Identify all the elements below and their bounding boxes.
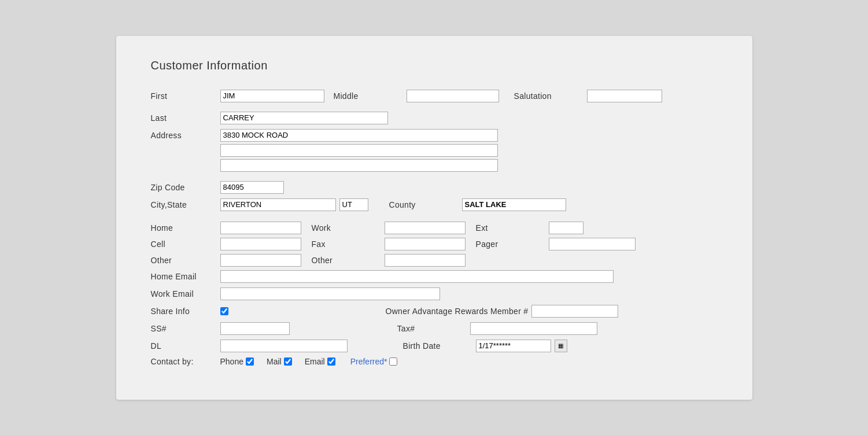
share-info-checkbox[interactable] <box>220 307 228 315</box>
cell-input[interactable] <box>220 238 301 250</box>
home-work-group: Work Ext <box>220 222 583 234</box>
work-label: Work <box>312 223 381 233</box>
home-work-row: Home Work Ext <box>151 222 718 234</box>
address-line1-input[interactable] <box>220 129 498 142</box>
ext-input[interactable] <box>549 222 583 234</box>
address-line3-input[interactable] <box>220 159 498 172</box>
other-row: Other Other <box>151 254 718 267</box>
home-label: Home <box>151 223 220 233</box>
city-state-label: City,State <box>151 200 220 209</box>
share-info-label: Share Info <box>151 307 220 316</box>
tax-input[interactable] <box>470 322 597 335</box>
ss-label: SS# <box>151 324 220 333</box>
zip-label: Zip Code <box>151 183 220 192</box>
share-info-group: Owner Advantage Rewards Member # <box>220 305 619 318</box>
preferred-label: Preferred* <box>350 357 387 366</box>
city-state-row: City,State County <box>151 198 718 211</box>
ss-input[interactable] <box>220 322 290 335</box>
last-input[interactable] <box>220 112 388 124</box>
middle-label: Middle <box>334 91 403 101</box>
email-contact-item: Email <box>305 357 335 366</box>
home-email-input[interactable] <box>220 270 614 283</box>
other-label: Other <box>151 256 220 265</box>
birth-date-label: Birth Date <box>403 341 472 351</box>
home-email-label: Home Email <box>151 272 220 281</box>
phone-contact-item: Phone <box>220 357 254 366</box>
mail-contact-label: Mail <box>267 357 282 366</box>
fax-input[interactable] <box>385 238 466 250</box>
dl-birth-group: Birth Date ▦ <box>220 340 567 352</box>
county-label: County <box>389 200 459 209</box>
dl-birth-row: DL Birth Date ▦ <box>151 340 718 352</box>
zip-row: Zip Code <box>151 181 718 194</box>
work-email-input[interactable] <box>220 287 440 300</box>
share-rewards-row: Share Info Owner Advantage Rewards Membe… <box>151 305 718 318</box>
birth-date-input[interactable] <box>476 340 551 352</box>
salutation-input[interactable] <box>587 90 662 102</box>
salutation-label: Salutation <box>514 91 583 101</box>
work-phone-input[interactable] <box>385 222 466 234</box>
zip-input[interactable] <box>220 181 284 194</box>
ss-tax-group: Tax# <box>220 322 597 335</box>
county-input[interactable] <box>462 198 566 211</box>
ss-tax-row: SS# Tax# <box>151 322 718 335</box>
tax-label: Tax# <box>397 324 467 333</box>
calendar-button[interactable]: ▦ <box>555 340 567 352</box>
cell-label: Cell <box>151 239 220 249</box>
address-line2-input[interactable] <box>220 144 498 157</box>
work-email-label: Work Email <box>151 289 220 298</box>
pager-label: Pager <box>476 239 545 249</box>
other2-label: Other <box>312 256 381 265</box>
customer-info-card: Customer Information First Middle Saluta… <box>116 36 752 400</box>
home-email-row: Home Email <box>151 270 718 283</box>
first-label: First <box>151 91 220 101</box>
first-input[interactable] <box>220 90 324 102</box>
email-checkbox[interactable] <box>327 357 335 366</box>
pager-input[interactable] <box>549 238 636 250</box>
home-phone-input[interactable] <box>220 222 301 234</box>
cell-fax-row: Cell Fax Pager <box>151 238 718 250</box>
cell-fax-group: Fax Pager <box>220 238 636 250</box>
rewards-label: Owner Advantage Rewards Member # <box>386 307 529 316</box>
mail-checkbox[interactable] <box>284 357 292 366</box>
other-group: Other <box>220 254 466 267</box>
email-contact-label: Email <box>305 357 325 366</box>
last-label: Last <box>151 113 220 123</box>
city-input[interactable] <box>220 198 336 211</box>
last-row: Last <box>151 112 718 124</box>
address-label: Address <box>151 131 220 140</box>
contact-by-group: Phone Mail Email Preferred* <box>220 357 398 366</box>
phone-checkbox[interactable] <box>246 357 254 366</box>
dl-label: DL <box>151 341 220 351</box>
calendar-icon: ▦ <box>558 342 563 349</box>
page-title: Customer Information <box>151 59 718 72</box>
dl-input[interactable] <box>220 340 348 352</box>
address-row: Address <box>151 129 718 172</box>
ext-label: Ext <box>476 223 545 233</box>
other2-input[interactable] <box>385 254 466 267</box>
address-block <box>220 129 498 172</box>
contact-by-label: Contact by: <box>151 357 220 366</box>
preferred-contact-item: Preferred* <box>350 357 398 366</box>
city-state-group: County <box>220 198 566 211</box>
first-field-group: Middle Salutation <box>220 90 662 102</box>
rewards-input[interactable] <box>531 305 618 318</box>
fax-label: Fax <box>312 239 381 249</box>
phone-contact-label: Phone <box>220 357 243 366</box>
middle-input[interactable] <box>407 90 499 102</box>
name-row: First Middle Salutation <box>151 90 718 102</box>
work-email-row: Work Email <box>151 287 718 300</box>
preferred-checkbox[interactable] <box>389 357 397 366</box>
other-input[interactable] <box>220 254 301 267</box>
contact-by-row: Contact by: Phone Mail Email Preferred* <box>151 357 718 366</box>
state-input[interactable] <box>339 198 368 211</box>
mail-contact-item: Mail <box>267 357 292 366</box>
